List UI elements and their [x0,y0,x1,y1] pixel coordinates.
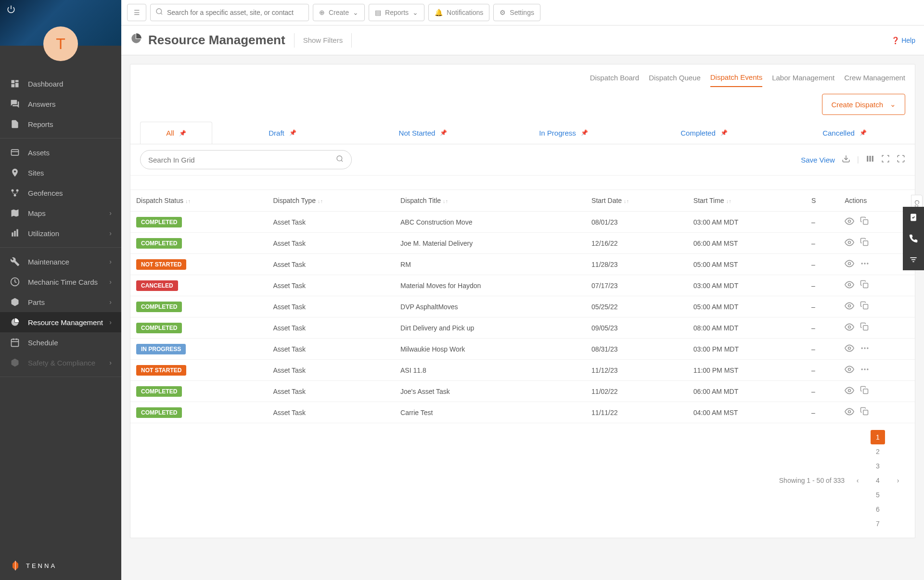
page-6[interactable]: 6 [871,502,885,517]
copy-icon[interactable] [860,322,869,333]
sidebar-item-resource-management[interactable]: Resource Management› [0,312,121,332]
status-tab-not-started[interactable]: Not Started📌 [353,122,493,144]
view-icon[interactable] [845,238,854,249]
sidebar-item-answers[interactable]: Answers [0,94,121,114]
sidebar-item-schedule[interactable]: Schedule [0,332,121,353]
help-link[interactable]: ❓Help [891,37,915,44]
page-4[interactable]: 4 [871,473,885,488]
grid-search-input[interactable] [148,156,336,164]
sidebar-item-assets[interactable]: Assets [0,142,121,163]
view-icon[interactable] [845,322,854,333]
scan-icon[interactable] [881,154,890,165]
power-icon[interactable] [7,5,15,15]
page-2[interactable]: 2 [871,444,885,459]
subtab-labor-management[interactable]: Labor Management [772,74,834,87]
subtab-dispatch-events[interactable]: Dispatch Events [710,73,762,87]
page-3[interactable]: 3 [871,459,885,473]
svg-line-19 [161,13,162,14]
sidebar-item-safety-&-compliance[interactable]: Safety & Compliance› [0,353,121,373]
settings-button[interactable]: ⚙Settings [493,4,540,21]
column-header[interactable]: S [806,190,839,212]
filter-tool[interactable] [903,249,924,270]
status-tab-in-progress[interactable]: In Progress📌 [493,122,634,144]
sidebar-item-mechanic-time-cards[interactable]: Mechanic Time Cards› [0,272,121,292]
sidebar-item-utilization[interactable]: Utilization› [0,223,121,243]
table-row[interactable]: COMPLETEDAsset TaskDVP AsphaltMoves05/25… [130,296,915,317]
table-row[interactable]: NOT STARTEDAsset TaskASI 11.811/12/2311:… [130,360,915,381]
subtab-dispatch-queue[interactable]: Dispatch Queue [649,74,701,87]
checklist-tool[interactable] [903,207,924,228]
show-filters-link[interactable]: Show Filters [303,36,343,44]
create-dispatch-button[interactable]: Create Dispatch ⌄ [822,94,905,115]
table-row[interactable]: CANCELEDAsset TaskMaterial Moves for Hay… [130,275,915,296]
fullscreen-icon[interactable] [897,154,905,165]
status-tab-completed[interactable]: Completed📌 [634,122,774,144]
column-header[interactable]: Dispatch Type↓↑ [267,190,395,212]
table-row[interactable]: COMPLETEDAsset TaskDirt Delivery and Pic… [130,317,915,339]
schedule-icon [10,338,20,347]
table-row[interactable]: COMPLETEDAsset TaskCarrie Test11/11/2204… [130,402,915,423]
page-prev[interactable]: ‹ [850,473,865,488]
copy-icon[interactable] [860,386,869,397]
column-header[interactable]: Dispatch Status↓↑ [130,190,267,212]
sidebar-item-label: Parts [28,298,45,306]
avatar[interactable]: T [43,26,78,61]
grid-search[interactable] [140,150,352,169]
page-5[interactable]: 5 [871,488,885,502]
status-tab-draft[interactable]: Draft📌 [212,122,353,144]
save-view-link[interactable]: Save View [801,156,835,164]
avatar-initial: T [56,35,65,53]
sidebar-item-parts[interactable]: Parts› [0,292,121,312]
view-icon[interactable] [845,216,854,227]
copy-icon[interactable] [860,280,869,291]
sidebar-item-maintenance[interactable]: Maintenance› [0,252,121,272]
more-icon[interactable] [860,343,870,354]
copy-icon[interactable] [860,407,869,418]
cell-type: Asset Task [267,317,395,339]
sidebar-item-maps[interactable]: Maps› [0,203,121,223]
more-icon[interactable] [860,365,870,376]
download-icon[interactable] [842,154,850,165]
table-row[interactable]: COMPLETEDAsset TaskABC Construction Move… [130,212,915,233]
view-icon[interactable] [845,386,854,397]
table-row[interactable]: IN PROGRESSAsset TaskMilwaukie Hosp Work… [130,339,915,360]
copy-icon[interactable] [860,301,869,312]
global-search-input[interactable] [167,9,304,16]
subtab-crew-management[interactable]: Crew Management [844,74,905,87]
notifications-button[interactable]: 🔔Notifications [428,4,489,21]
sidebar-item-dashboard[interactable]: Dashboard [0,74,121,94]
sidebar-item-sites[interactable]: Sites [0,163,121,183]
create-button[interactable]: ⊕Create⌄ [313,4,365,21]
view-icon[interactable] [845,301,854,312]
view-icon[interactable] [845,365,854,376]
page-7[interactable]: 7 [871,517,885,531]
page-1[interactable]: 1 [871,430,885,444]
column-header[interactable]: Start Date↓↑ [586,190,688,212]
svg-point-20 [337,156,342,161]
sidebar-item-reports[interactable]: Reports [0,114,121,134]
page-next[interactable]: › [891,473,905,488]
sidebar-item-geofences[interactable]: Geofences [0,183,121,203]
status-tab-cancelled[interactable]: Cancelled📌 [774,122,915,144]
table-row[interactable]: NOT STARTEDAsset TaskRM11/28/2305:00 AM … [130,254,915,275]
copy-icon[interactable] [860,216,869,227]
subtab-dispatch-board[interactable]: Dispatch Board [590,74,640,87]
table-row[interactable]: COMPLETEDAsset TaskJoe's Asset Task11/02… [130,381,915,402]
phone-tool[interactable] [903,228,924,249]
cell-type: Asset Task [267,296,395,317]
view-icon[interactable] [845,407,854,418]
reports-button[interactable]: ▤Reports⌄ [369,4,424,21]
filter-toggle-button[interactable]: ☰ [127,4,146,21]
column-header[interactable]: Start Time↓↑ [688,190,806,212]
status-tab-all[interactable]: All📌 [140,122,212,144]
more-icon[interactable] [860,259,870,270]
status-badge: NOT STARTED [136,365,186,376]
global-search[interactable] [150,4,309,21]
table-row[interactable]: COMPLETEDAsset TaskJoe M. Material Deliv… [130,233,915,254]
view-icon[interactable] [845,280,854,291]
view-icon[interactable] [845,259,854,270]
column-header[interactable]: Dispatch Title↓↑ [395,190,586,212]
columns-icon[interactable] [866,154,874,165]
copy-icon[interactable] [860,238,869,249]
view-icon[interactable] [845,343,854,354]
